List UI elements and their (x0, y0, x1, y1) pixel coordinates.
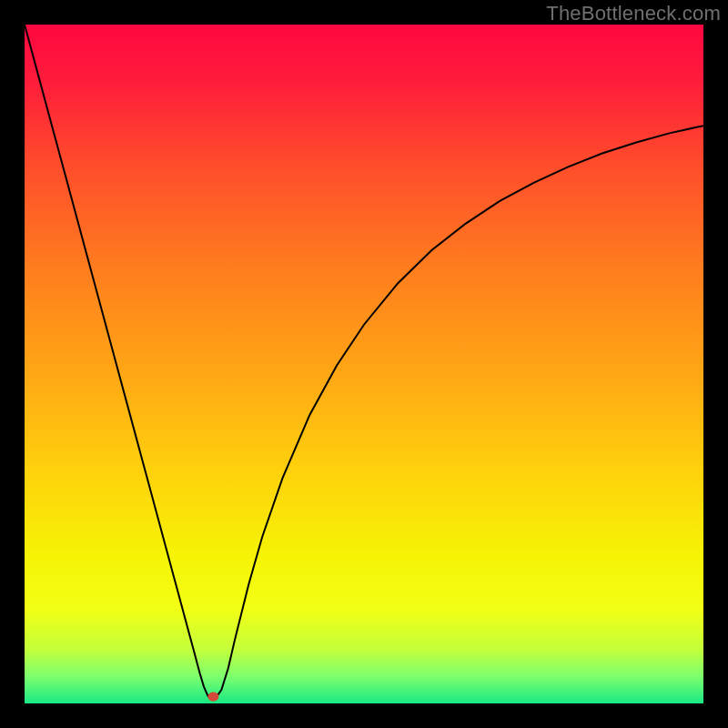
bottleneck-chart (25, 25, 703, 703)
optimal-point-marker (207, 692, 218, 701)
watermark-text: TheBottleneck.com (546, 2, 721, 25)
chart-background (25, 25, 703, 703)
chart-frame (25, 25, 703, 703)
